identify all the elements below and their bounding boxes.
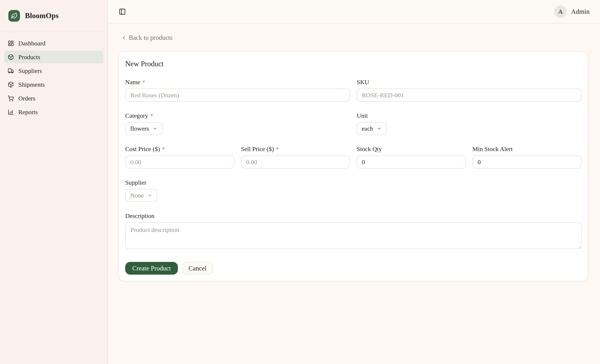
required-marker: * xyxy=(276,146,279,152)
category-selected-value: flowers xyxy=(130,125,149,132)
sidebar-nav: Dashboard Products Suppliers xyxy=(0,32,107,123)
required-marker: * xyxy=(162,146,165,152)
sidebar-toggle-button[interactable] xyxy=(119,8,126,15)
description-textarea[interactable] xyxy=(125,222,581,249)
unit-select[interactable]: each xyxy=(357,122,387,135)
sidebar-item-label: Shipments xyxy=(18,81,45,88)
field-sku: SKU xyxy=(357,79,581,102)
chevron-down-icon xyxy=(147,193,152,198)
app-root: BloomOps Dashboard Products xyxy=(0,0,600,364)
description-label: Description xyxy=(125,212,581,219)
sidebar-item-shipments[interactable]: Shipments xyxy=(4,78,103,91)
page-content: Back to products New Product Name * SK xyxy=(108,24,600,364)
field-sell-price: Sell Price ($) * xyxy=(241,145,350,168)
field-min-stock-alert: Min Stock Alert xyxy=(472,145,582,168)
field-unit: Unit each xyxy=(357,112,581,135)
sidebar-item-label: Reports xyxy=(18,109,38,116)
name-label: Name * xyxy=(125,79,350,86)
panel-left-icon xyxy=(119,8,126,15)
sidebar-item-products[interactable]: Products xyxy=(4,51,103,63)
supplier-select[interactable]: None xyxy=(125,189,157,202)
sidebar-item-label: Dashboard xyxy=(18,40,46,47)
sidebar-item-label: Products xyxy=(18,54,40,61)
package-icon xyxy=(8,54,14,60)
sidebar-item-suppliers[interactable]: Suppliers xyxy=(4,64,103,77)
field-description: Description xyxy=(125,212,581,250)
field-name: Name * xyxy=(125,79,350,102)
avatar: A xyxy=(554,5,567,18)
dashboard-icon xyxy=(8,40,14,47)
stock-qty-input[interactable] xyxy=(357,155,466,168)
cost-price-input[interactable] xyxy=(125,155,234,168)
sidebar-item-label: Suppliers xyxy=(18,67,42,75)
back-to-products-link[interactable]: Back to products xyxy=(121,34,172,41)
page-title: New Product xyxy=(125,60,581,68)
min-stock-alert-label: Min Stock Alert xyxy=(472,145,582,152)
truck-icon xyxy=(8,68,14,74)
new-product-card: New Product Name * SKU xyxy=(119,51,588,281)
new-product-form: Name * SKU Category xyxy=(125,79,581,275)
back-link-label: Back to products xyxy=(129,34,172,41)
field-stock-qty: Stock Qty xyxy=(357,145,466,168)
stock-qty-label: Stock Qty xyxy=(357,145,466,152)
required-marker: * xyxy=(142,79,145,86)
form-actions: Create Product Cancel xyxy=(125,262,581,275)
field-category: Category * flowers xyxy=(125,112,350,135)
cancel-button[interactable]: Cancel xyxy=(182,262,213,275)
topbar: A Admin xyxy=(108,0,600,24)
sell-price-label: Sell Price ($) * xyxy=(241,145,350,152)
chevron-left-icon xyxy=(121,35,127,41)
category-select[interactable]: flowers xyxy=(125,122,162,135)
brand-logo xyxy=(8,10,20,22)
supplier-label: Supplier xyxy=(125,179,581,186)
sku-input[interactable] xyxy=(357,89,581,102)
sell-price-input[interactable] xyxy=(241,155,350,168)
shopping-cart-icon xyxy=(8,95,14,102)
bar-chart-icon xyxy=(8,109,14,115)
sidebar: BloomOps Dashboard Products xyxy=(0,0,108,364)
supplier-selected-value: None xyxy=(130,192,144,199)
leaf-icon xyxy=(11,12,18,19)
package-check-icon xyxy=(8,82,14,88)
brand-name: BloomOps xyxy=(25,12,59,20)
unit-label: Unit xyxy=(357,112,581,119)
sidebar-header: BloomOps xyxy=(0,0,107,32)
sidebar-item-dashboard[interactable]: Dashboard xyxy=(4,37,103,50)
field-supplier: Supplier None xyxy=(125,179,581,202)
main-column: A Admin Back to products New Product Nam… xyxy=(108,0,600,364)
sidebar-item-reports[interactable]: Reports xyxy=(4,106,103,118)
create-product-button[interactable]: Create Product xyxy=(125,262,178,275)
name-input[interactable] xyxy=(125,89,350,102)
chevron-down-icon xyxy=(377,126,382,131)
category-label: Category * xyxy=(125,112,350,119)
required-marker: * xyxy=(150,112,153,119)
user-name: Admin xyxy=(571,8,590,15)
chevron-down-icon xyxy=(152,126,158,131)
min-stock-alert-input[interactable] xyxy=(472,155,582,168)
cost-price-label: Cost Price ($) * xyxy=(125,145,234,152)
field-cost-price: Cost Price ($) * xyxy=(125,145,234,168)
sku-label: SKU xyxy=(357,79,581,86)
sidebar-item-orders[interactable]: Orders xyxy=(4,92,103,105)
sidebar-item-label: Orders xyxy=(18,95,35,102)
unit-selected-value: each xyxy=(362,125,373,132)
user-menu[interactable]: A Admin xyxy=(554,5,590,18)
